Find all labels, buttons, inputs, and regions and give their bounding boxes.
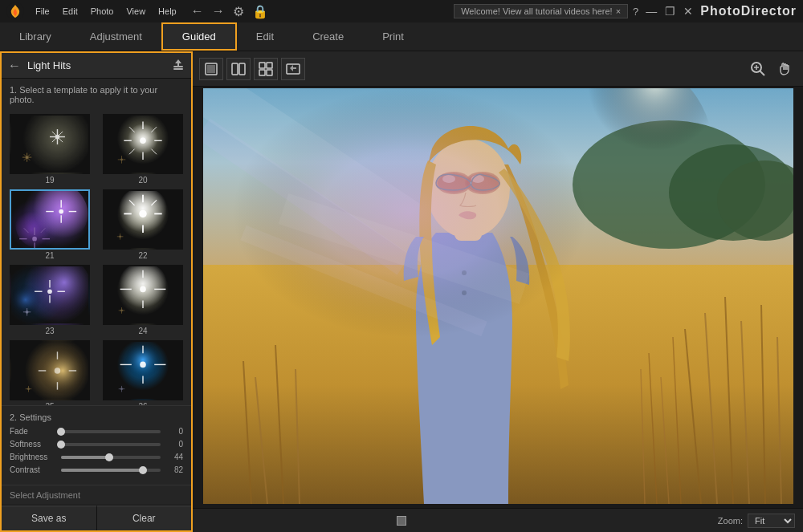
tab-library[interactable]: Library [0, 22, 71, 51]
photo-image [203, 88, 793, 504]
svg-rect-2 [173, 68, 183, 70]
nav-tabs: Library Adjustment Guided Edit Create Pr… [0, 22, 803, 51]
undo-button[interactable]: ← [188, 2, 207, 20]
template-grid: 19 [2, 111, 191, 405]
tab-guided[interactable]: Guided [161, 22, 237, 51]
template-label-20: 20 [138, 176, 147, 185]
setting-brightness: Brightness 44 [10, 453, 183, 461]
hand-tool-button[interactable] [774, 58, 797, 80]
svg-point-27 [140, 137, 146, 144]
svg-rect-99 [259, 70, 265, 75]
close-notification-button[interactable]: × [616, 6, 621, 16]
menu-edit[interactable]: Edit [58, 5, 83, 18]
content-area: Zoom: Fit 25% 50% 75% 100% 150% 200% [193, 51, 803, 532]
svg-marker-3 [175, 59, 181, 66]
menu-bar: File Edit Photo View Help [31, 5, 181, 18]
svg-line-103 [760, 71, 765, 75]
panel-instruction: 1. Select a template to apply it to your… [2, 79, 191, 111]
view-single-button[interactable] [199, 58, 223, 80]
template-label-24: 24 [138, 327, 147, 335]
view-compare-button[interactable] [281, 58, 305, 80]
title-bar-left: File Edit Photo View Help ← → ⚙ 🔒 [6, 2, 271, 21]
brightness-slider[interactable] [61, 456, 161, 459]
panel-title: Light Hits [27, 59, 165, 71]
tab-adjustment[interactable]: Adjustment [71, 22, 161, 51]
tab-create[interactable]: Create [293, 22, 363, 51]
zoom-select[interactable]: Fit 25% 50% 75% 100% 150% 200% [748, 514, 795, 528]
svg-point-92 [120, 388, 123, 390]
left-panel: ← Light Hits 1. Select a template to app… [0, 51, 193, 532]
view-before-after-button[interactable] [226, 58, 251, 80]
svg-point-83 [27, 388, 30, 390]
svg-rect-98 [267, 63, 272, 68]
svg-point-89 [140, 362, 146, 368]
clear-button[interactable]: Clear [96, 506, 192, 530]
svg-point-80 [55, 368, 61, 374]
close-button[interactable]: ✕ [681, 5, 695, 18]
tab-edit[interactable]: Edit [237, 22, 293, 51]
template-label-23: 23 [45, 327, 54, 335]
select-adjustment[interactable]: Select Adjustment [2, 485, 191, 505]
minimize-button[interactable]: — [643, 5, 659, 18]
title-bar: File Edit Photo View Help ← → ⚙ 🔒 Welcom… [0, 0, 803, 22]
save-as-button[interactable]: Save as [2, 506, 96, 530]
svg-rect-95 [232, 63, 238, 75]
softness-value: 0 [164, 440, 183, 449]
redo-button[interactable]: → [209, 2, 228, 20]
template-item-22[interactable]: 22 [98, 189, 188, 262]
photo-canvas [193, 87, 803, 508]
window-controls: — ❐ ✕ [643, 5, 695, 18]
settings-gear-icon[interactable]: ⚙ [230, 2, 247, 21]
template-label-19: 19 [45, 176, 54, 185]
status-bar: Zoom: Fit 25% 50% 75% 100% 150% 200% [193, 508, 803, 532]
help-button[interactable]: ? [633, 6, 638, 18]
svg-point-52 [139, 210, 146, 217]
notification-text: Welcome! View all tutorial videos here! [461, 6, 613, 16]
template-item-21[interactable]: 21 [5, 189, 95, 262]
softness-slider[interactable] [61, 443, 161, 446]
contrast-slider[interactable] [61, 469, 161, 472]
toolbar-left [199, 58, 305, 80]
menu-view[interactable]: View [121, 5, 150, 18]
toolbar [193, 51, 803, 87]
notification-bar: Welcome! View all tutorial videos here! … [454, 4, 628, 18]
svg-rect-97 [259, 63, 265, 68]
panel-export-button[interactable] [172, 58, 185, 73]
svg-point-57 [12, 274, 58, 320]
app-title: PhotoDirector [700, 4, 797, 18]
zoom-tool-button[interactable] [747, 58, 769, 80]
zoom-control: Zoom: Fit 25% 50% 75% 100% 150% 200% [718, 514, 795, 528]
settings-title: 2. Settings [10, 412, 183, 422]
photo-display [203, 88, 793, 506]
svg-rect-1 [173, 66, 183, 67]
fade-slider[interactable] [61, 430, 161, 433]
brightness-label: Brightness [10, 453, 58, 461]
setting-softness: Softness 0 [10, 440, 183, 449]
lock-icon[interactable]: 🔒 [249, 2, 271, 21]
tab-print[interactable]: Print [363, 22, 423, 51]
panel-back-button[interactable]: ← [8, 59, 21, 73]
template-item-20[interactable]: 20 [98, 114, 188, 186]
template-item-19[interactable]: 19 [5, 114, 95, 186]
template-item-24[interactable]: 24 [98, 265, 188, 337]
view-grid-button[interactable] [254, 58, 278, 80]
svg-point-74 [120, 309, 123, 311]
svg-point-17 [26, 156, 29, 159]
menu-file[interactable]: File [31, 5, 55, 18]
svg-point-55 [119, 235, 121, 238]
softness-label: Softness [10, 440, 58, 449]
template-item-23[interactable]: 23 [5, 265, 95, 337]
setting-contrast: Contrast 82 [10, 465, 183, 474]
svg-rect-100 [267, 70, 272, 75]
svg-rect-94 [207, 65, 215, 73]
restore-button[interactable]: ❐ [662, 5, 678, 18]
settings-section: 2. Settings Fade 0 Softness 0 [2, 405, 191, 485]
image-select-strip [397, 516, 406, 526]
title-bar-right: Welcome! View all tutorial videos here! … [454, 4, 797, 18]
template-item-26[interactable]: 26 [98, 340, 188, 405]
svg-point-44 [59, 209, 63, 214]
menu-help[interactable]: Help [153, 5, 181, 18]
menu-photo[interactable]: Photo [86, 5, 119, 18]
svg-point-71 [140, 286, 146, 293]
template-item-25[interactable]: 25 [5, 340, 95, 405]
